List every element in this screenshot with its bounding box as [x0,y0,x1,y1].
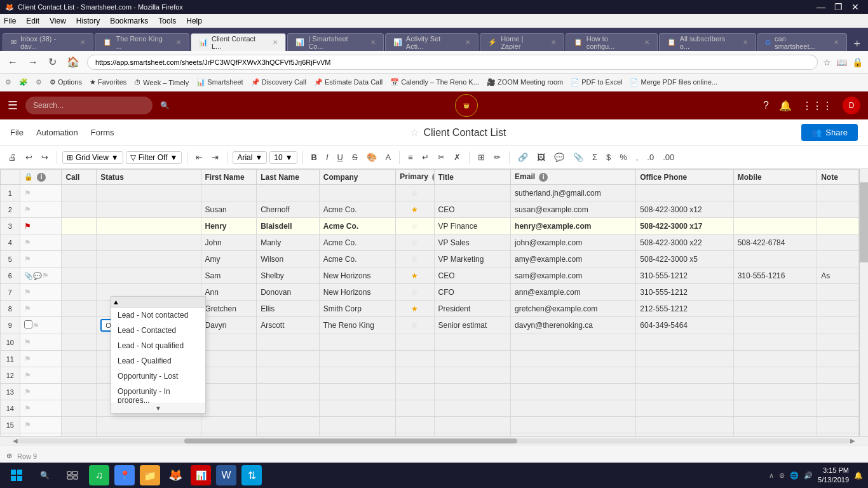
toolbar-clear-format[interactable]: ✗ [451,151,464,164]
last-name-cell[interactable]: Manly [257,234,320,251]
tab-smartsheet[interactable]: 📊 | Smartsheet Co... ✕ [287,33,383,51]
doc-file-menu[interactable]: File [10,125,24,140]
title-cell[interactable]: Senior estimat [434,317,511,334]
first-name-cell[interactable]: Sam [201,268,257,284]
title-cell[interactable]: CFO [434,284,511,301]
task-view-button[interactable] [61,464,84,487]
taskbar-network[interactable]: 🌐 [790,471,799,480]
font-dropdown[interactable]: Arial ▼ [233,151,267,164]
first-name-cell[interactable] [201,384,257,400]
email-cell[interactable]: susan@example.com [511,201,636,218]
call-cell[interactable] [62,284,97,301]
taskbar-bluetooth[interactable]: ⊛ [779,471,785,480]
vertical-scrollbar[interactable] [859,169,868,436]
last-name-cell[interactable]: Ellis [257,301,320,317]
office-phone-cell[interactable]: 310-555-1212 [636,268,733,284]
first-name-cell[interactable]: Ann [201,284,257,301]
bookmark-calendly[interactable]: 📅 Calendly – The Reno K... [390,78,479,86]
company-cell[interactable]: Acme Co. [319,251,396,268]
last-name-cell[interactable] [257,400,320,417]
tab-google[interactable]: G can smartsheet... ✕ [757,33,848,51]
toolbar-currency[interactable]: $ [603,151,614,164]
toolbar-underline[interactable]: U [334,151,346,164]
toolbar-italic[interactable]: I [323,151,332,164]
company-cell[interactable] [319,417,396,433]
primary-cell[interactable]: ★ [396,201,434,218]
tab-subscribers[interactable]: 📋 All subscribers o... ✕ [659,33,756,51]
vertical-scroll-thumb[interactable] [860,182,868,262]
status-cell[interactable] [97,251,201,268]
bookmark-timely[interactable]: ⏱ Week – Timely [134,79,189,86]
mobile-cell[interactable] [733,301,817,317]
horizontal-scrollbar[interactable]: ◀ ▶ [0,436,868,445]
note-cell[interactable] [817,284,859,301]
flag-icon[interactable]: ⚑ [24,355,31,363]
taskbar-app5[interactable]: 📊 [191,465,211,485]
status-cell[interactable] [97,218,201,234]
flag-icon[interactable]: ⚑ [24,404,31,413]
first-name-cell[interactable] [201,417,257,433]
email-cell[interactable]: amy@example.com [511,251,636,268]
email-cell[interactable]: henry@example.com [511,218,636,234]
last-name-cell[interactable]: Chernoff [257,201,320,218]
flag-icon[interactable]: ⚑ [24,205,31,214]
toolbar-comma[interactable]: , [633,151,642,164]
menu-help[interactable]: Help [186,17,202,25]
last-name-cell[interactable] [257,351,320,367]
star-icon[interactable]: ★ [411,304,418,313]
note-cell[interactable] [817,218,859,234]
last-name-cell[interactable] [257,334,320,351]
title-cell[interactable]: CEO [434,201,511,218]
mobile-cell[interactable] [733,201,817,218]
office-phone-cell[interactable] [636,185,733,201]
reader-view-icon[interactable]: 📖 [836,57,847,67]
scroll-right-arrow[interactable]: ▶ [850,437,855,444]
maximize-button[interactable]: ❐ [831,2,846,12]
primary-cell[interactable] [396,367,434,384]
star-icon[interactable]: ☆ [411,255,418,264]
status-cell[interactable] [97,268,201,284]
status-cell[interactable] [97,234,201,251]
mobile-cell[interactable] [733,334,817,351]
email-cell[interactable]: sam@example.com [511,268,636,284]
title-cell[interactable] [434,351,511,367]
toolbar-truncate[interactable]: ✂ [435,151,448,164]
tab-inbox[interactable]: ✉ Inbox (38) - dav... ✕ [3,33,93,51]
bookmark-merge-pdf[interactable]: 📄 Merge PDF files online... [630,78,717,86]
call-cell[interactable] [62,400,97,417]
first-name-cell[interactable] [201,185,257,201]
toolbar-redo[interactable]: ↪ [38,151,51,164]
last-name-cell[interactable]: Arscott [257,317,320,334]
office-phone-cell[interactable] [636,400,733,417]
note-cell[interactable] [817,351,859,367]
toolbar-formula[interactable]: Σ [589,151,600,164]
taskbar-files[interactable]: 📁 [140,465,160,485]
office-phone-cell[interactable] [636,384,733,400]
office-phone-cell[interactable]: 310-555-1212 [636,284,733,301]
first-name-cell[interactable]: Henry [201,218,257,234]
first-name-cell[interactable]: Susan [201,201,257,218]
menu-edit[interactable]: Edit [26,17,39,25]
toolbar-wrap[interactable]: ↵ [419,151,432,164]
last-name-cell[interactable] [257,185,320,201]
star-icon[interactable]: ★ [411,271,418,280]
search-input[interactable] [25,97,153,114]
forward-button[interactable]: → [25,55,41,69]
primary-cell[interactable]: ☆ [396,185,434,201]
flag-icon[interactable]: ⚑ [24,338,31,347]
taskbar-word[interactable]: W [216,465,236,485]
office-phone-cell[interactable] [636,367,733,384]
status-cell[interactable] [97,201,201,218]
title-cell[interactable] [434,433,511,437]
first-name-cell[interactable] [201,433,257,437]
first-name-cell[interactable]: Amy [201,251,257,268]
call-cell[interactable] [62,268,97,284]
mobile-cell[interactable] [733,367,817,384]
first-name-cell[interactable]: John [201,234,257,251]
call-cell[interactable] [62,367,97,384]
call-cell[interactable] [62,433,97,437]
taskbar-app7[interactable]: ⇅ [241,465,262,485]
email-cell[interactable]: ann@example.com [511,284,636,301]
office-phone-cell[interactable] [636,417,733,433]
bookmark-zoom[interactable]: 🎥 ZOOM Meeting room [487,78,563,86]
